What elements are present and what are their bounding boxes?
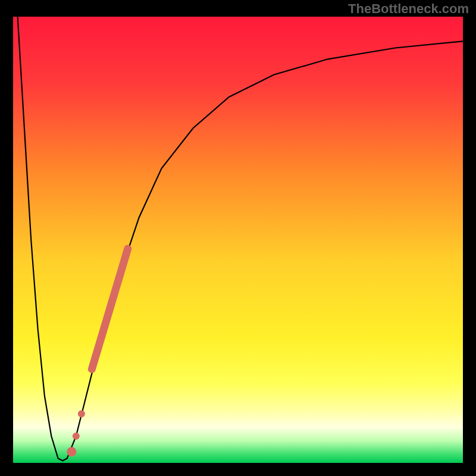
highlight-dot xyxy=(67,447,76,456)
highlight-dot xyxy=(73,433,80,440)
bottleneck-chart xyxy=(0,0,476,476)
watermark-label: TheBottleneck.com xyxy=(348,1,469,17)
plot-background xyxy=(13,17,463,463)
highlight-dot xyxy=(78,411,85,418)
chart-container: TheBottleneck.com xyxy=(0,0,476,476)
